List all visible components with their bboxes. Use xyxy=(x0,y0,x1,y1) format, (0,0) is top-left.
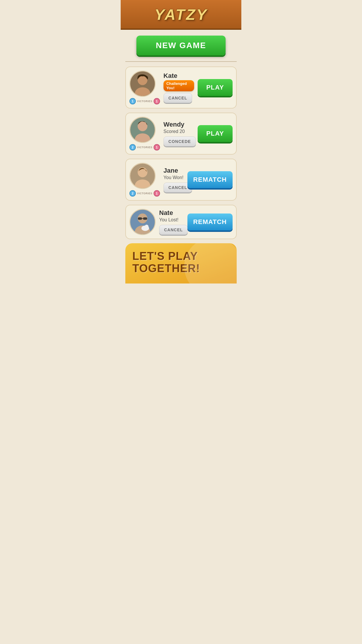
nate-name: Nate xyxy=(159,209,184,217)
bottom-cta: LET'S PLAYTOGETHER! xyxy=(125,243,237,284)
wendy-victory-you: 2 xyxy=(129,144,136,150)
player-card-wendy: 2 VICTORIES 1 Wendy Scored 20 Concede PL… xyxy=(125,113,237,155)
nate-info: Nate You Lost! Cancel xyxy=(159,209,184,235)
cta-text: LET'S PLAYTOGETHER! xyxy=(132,250,230,275)
kate-cancel-button[interactable]: Cancel xyxy=(164,93,192,103)
divider xyxy=(125,61,237,62)
wendy-victories: 2 VICTORIES 1 xyxy=(129,144,160,150)
wendy-avatar xyxy=(129,117,156,143)
nate-rematch-button[interactable]: REMATCH xyxy=(187,214,233,230)
wendy-status: Scored 20 xyxy=(164,129,194,134)
kate-victories: 1 VICTORIES 1 xyxy=(129,98,160,104)
jane-info: Jane You Won! Cancel xyxy=(164,167,184,192)
content-area: NEW GAME 1 VICTORIES 1 xyxy=(121,30,241,289)
kate-victories-label: VICTORIES xyxy=(137,100,152,103)
wendy-info: Wendy Scored 20 Concede xyxy=(164,121,194,146)
nate-avatar xyxy=(129,209,156,235)
jane-name: Jane xyxy=(164,167,184,174)
svg-rect-13 xyxy=(143,217,147,220)
jane-avatar xyxy=(129,163,156,189)
jane-status: You Won! xyxy=(164,175,184,180)
nate-status: You Lost! xyxy=(159,217,184,223)
wendy-victory-them: 1 xyxy=(154,144,160,150)
wendy-victories-label: VICTORIES xyxy=(137,146,152,149)
kate-play-button[interactable]: PLAY xyxy=(198,79,233,96)
jane-actions: REMATCH xyxy=(187,171,233,188)
kate-victory-them: 1 xyxy=(154,98,160,104)
nate-actions: REMATCH xyxy=(187,214,233,230)
kate-avatar-container: 1 VICTORIES 1 xyxy=(129,71,160,104)
wendy-name: Wendy xyxy=(164,121,194,128)
jane-victory-them: 1 xyxy=(154,190,160,197)
svg-rect-12 xyxy=(138,217,142,220)
player-card-nate: Nate You Lost! Cancel REMATCH xyxy=(125,205,237,239)
wendy-concede-button[interactable]: Concede xyxy=(164,136,196,146)
player-card-jane: 2 VICTORIES 1 Jane You Won! Cancel REMAT… xyxy=(125,159,237,201)
nate-avatar-container xyxy=(129,209,156,235)
kate-challenge-badge: Challenged You! xyxy=(164,80,194,91)
kate-name: Kate xyxy=(164,72,194,80)
jane-avatar-container: 2 VICTORIES 1 xyxy=(129,163,160,197)
jane-victory-you: 2 xyxy=(129,190,136,197)
nate-cancel-button[interactable]: Cancel xyxy=(159,225,188,235)
kate-victory-you: 1 xyxy=(129,98,136,104)
jane-victories-label: VICTORIES xyxy=(137,192,152,195)
svg-point-16 xyxy=(145,225,148,228)
new-game-button[interactable]: NEW GAME xyxy=(136,36,226,55)
kate-actions: PLAY xyxy=(198,79,233,96)
jane-victories: 2 VICTORIES 1 xyxy=(129,190,160,197)
kate-info: Kate Challenged You! Cancel xyxy=(164,72,194,103)
wendy-avatar-container: 2 VICTORIES 1 xyxy=(129,117,160,150)
app-container: YATZY NEW GAME 1 VICTORIES xyxy=(121,0,241,289)
jane-rematch-button[interactable]: REMATCH xyxy=(187,171,233,188)
app-title: YATZY xyxy=(121,6,241,23)
header: YATZY xyxy=(121,0,241,30)
wendy-play-button[interactable]: PLAY xyxy=(198,125,233,142)
player-card-kate: 1 VICTORIES 1 Kate Challenged You! Cance… xyxy=(125,66,237,108)
wendy-actions: PLAY xyxy=(198,125,233,142)
kate-avatar xyxy=(129,71,156,97)
